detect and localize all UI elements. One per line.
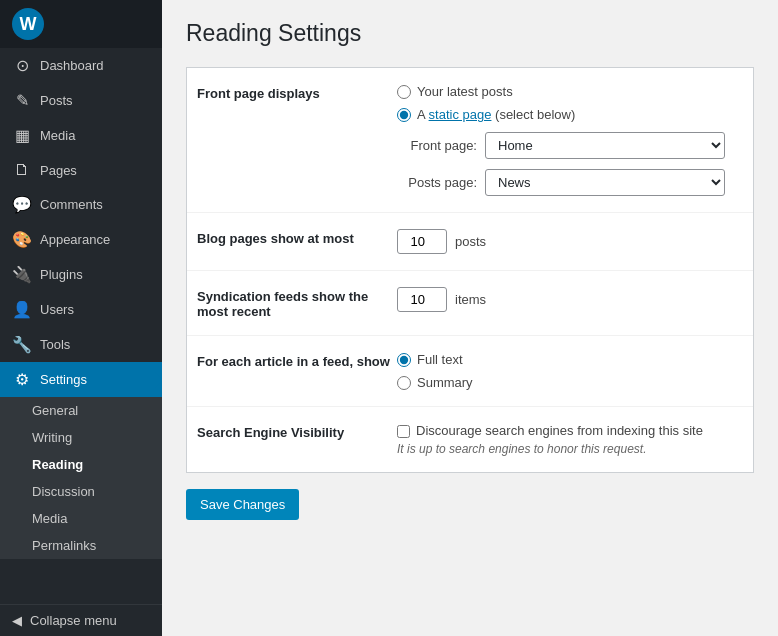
save-changes-button[interactable]: Save Changes: [186, 489, 299, 520]
posts-icon: ✎: [12, 91, 32, 110]
blog-pages-number-row: posts: [397, 229, 743, 254]
page-title: Reading Settings: [186, 20, 754, 47]
search-visibility-row: Search Engine Visibility Discourage sear…: [187, 407, 753, 472]
tools-icon: 🔧: [12, 335, 32, 354]
front-page-select[interactable]: Home About Contact: [485, 132, 725, 159]
submenu-permalinks[interactable]: Permalinks: [0, 532, 162, 559]
posts-page-select-label: Posts page:: [397, 175, 477, 190]
syndication-unit: items: [455, 292, 486, 307]
collapse-icon: ◀: [12, 613, 22, 628]
posts-page-select-row: Posts page: News Blog Updates: [397, 169, 743, 196]
search-visibility-label: Search Engine Visibility: [197, 423, 397, 440]
settings-submenu: General Writing Reading Discussion Media…: [0, 397, 162, 559]
front-page-field: Your latest posts A static page (select …: [397, 84, 743, 196]
sidebar-item-tools[interactable]: 🔧 Tools: [0, 327, 162, 362]
search-visibility-checkbox-label: Discourage search engines from indexing …: [416, 423, 703, 438]
search-visibility-description: It is up to search engines to honor this…: [397, 442, 743, 456]
radio-static-page-input[interactable]: [397, 108, 411, 122]
radio-latest-posts[interactable]: Your latest posts: [397, 84, 743, 99]
front-page-radio-group: Your latest posts A static page (select …: [397, 84, 743, 122]
sidebar-item-pages[interactable]: 🗋 Pages: [0, 153, 162, 187]
active-arrow: [155, 372, 162, 388]
submenu-writing[interactable]: Writing: [0, 424, 162, 451]
appearance-icon: 🎨: [12, 230, 32, 249]
search-visibility-checkbox[interactable]: [397, 425, 410, 438]
submenu-discussion[interactable]: Discussion: [0, 478, 162, 505]
sidebar: W ⊙ Dashboard ✎ Posts ▦ Media 🗋 Pages 💬 …: [0, 0, 162, 636]
sidebar-item-appearance[interactable]: 🎨 Appearance: [0, 222, 162, 257]
static-page-link[interactable]: static page: [429, 107, 492, 122]
collapse-menu-button[interactable]: ◀ Collapse menu: [0, 604, 162, 636]
front-page-select-row: Front page: Home About Contact: [397, 132, 743, 159]
wordpress-logo-icon: W: [12, 8, 44, 40]
blog-pages-input[interactable]: [397, 229, 447, 254]
blog-pages-unit: posts: [455, 234, 486, 249]
submenu-general[interactable]: General: [0, 397, 162, 424]
radio-latest-posts-input[interactable]: [397, 85, 411, 99]
search-visibility-checkbox-item: Discourage search engines from indexing …: [397, 423, 743, 438]
settings-icon: ⚙: [12, 370, 32, 389]
dashboard-icon: ⊙: [12, 56, 32, 75]
posts-page-select[interactable]: News Blog Updates: [485, 169, 725, 196]
submenu-media-sub[interactable]: Media: [0, 505, 162, 532]
article-feed-radio-group: Full text Summary: [397, 352, 743, 390]
radio-full-text[interactable]: Full text: [397, 352, 743, 367]
sidebar-item-posts[interactable]: ✎ Posts: [0, 83, 162, 118]
sidebar-item-comments[interactable]: 💬 Comments: [0, 187, 162, 222]
comments-icon: 💬: [12, 195, 32, 214]
article-feed-field: Full text Summary: [397, 352, 743, 390]
syndication-number-row: items: [397, 287, 743, 312]
blog-pages-label: Blog pages show at most: [197, 229, 397, 246]
radio-summary-input[interactable]: [397, 376, 411, 390]
plugins-icon: 🔌: [12, 265, 32, 284]
search-visibility-field: Discourage search engines from indexing …: [397, 423, 743, 456]
sidebar-item-plugins[interactable]: 🔌 Plugins: [0, 257, 162, 292]
sidebar-logo: W: [0, 0, 162, 48]
syndication-input[interactable]: [397, 287, 447, 312]
front-page-label: Front page displays: [197, 84, 397, 101]
syndication-row: Syndication feeds show the most recent i…: [187, 271, 753, 336]
settings-form: Front page displays Your latest posts A …: [186, 67, 754, 473]
blog-pages-field: posts: [397, 229, 743, 254]
sidebar-item-dashboard[interactable]: ⊙ Dashboard: [0, 48, 162, 83]
syndication-field: items: [397, 287, 743, 312]
article-feed-label: For each article in a feed, show: [197, 352, 397, 369]
front-page-row: Front page displays Your latest posts A …: [187, 68, 753, 213]
blog-pages-row: Blog pages show at most posts: [187, 213, 753, 271]
pages-icon: 🗋: [12, 161, 32, 179]
syndication-label: Syndication feeds show the most recent: [197, 287, 397, 319]
sidebar-item-users[interactable]: 👤 Users: [0, 292, 162, 327]
radio-summary[interactable]: Summary: [397, 375, 743, 390]
users-icon: 👤: [12, 300, 32, 319]
front-page-select-label: Front page:: [397, 138, 477, 153]
submenu-reading[interactable]: Reading: [0, 451, 162, 478]
radio-full-text-input[interactable]: [397, 353, 411, 367]
sidebar-item-media[interactable]: ▦ Media: [0, 118, 162, 153]
radio-static-page[interactable]: A static page (select below): [397, 107, 743, 122]
media-icon: ▦: [12, 126, 32, 145]
article-feed-row: For each article in a feed, show Full te…: [187, 336, 753, 407]
sidebar-item-settings[interactable]: ⚙ Settings: [0, 362, 162, 397]
main-content: Reading Settings Front page displays You…: [162, 0, 778, 636]
